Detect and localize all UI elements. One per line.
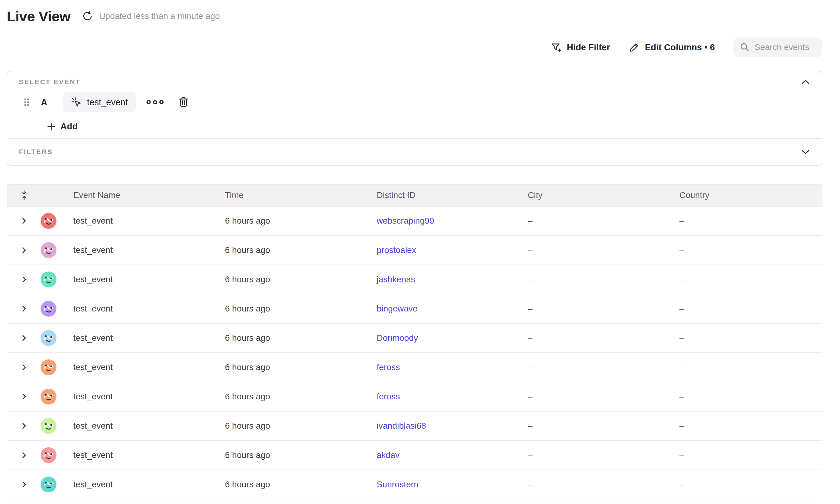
user-avatar: [40, 389, 56, 404]
expand-row-button[interactable]: [20, 480, 28, 489]
table-row[interactable]: test_event 6 hours ago bingewave – –: [7, 294, 822, 324]
distinct-id-link[interactable]: prostoalex: [377, 245, 416, 255]
cursor-click-icon: [70, 96, 82, 108]
column-header-country: Country: [680, 191, 822, 200]
table-row[interactable]: test_event 6 hours ago prostoalex – –: [7, 236, 822, 265]
cell-city: –: [528, 421, 680, 431]
cell-country: –: [680, 421, 822, 431]
hide-filter-button[interactable]: Hide Filter: [550, 41, 610, 53]
distinct-id-link[interactable]: webscraping99: [377, 216, 434, 226]
cell-time: 6 hours ago: [225, 333, 377, 343]
chevron-right-icon: [20, 246, 28, 254]
column-header-city: City: [528, 191, 680, 200]
distinct-id-link[interactable]: bingewave: [377, 304, 418, 313]
funnel-plus-icon: [550, 41, 562, 53]
table-row[interactable]: test_event 6 hours ago webscraping99 – –: [7, 206, 822, 236]
cell-city: –: [528, 274, 680, 284]
table-row[interactable]: test_event 6 hours ago feross – –: [7, 353, 822, 382]
expand-row-button[interactable]: [20, 334, 28, 342]
cell-city: –: [528, 480, 680, 489]
delete-clause-button[interactable]: [177, 96, 190, 109]
cell-event-name: test_event: [73, 304, 225, 313]
distinct-id-link[interactable]: Sunrostern: [377, 480, 419, 489]
selected-event-name: test_event: [87, 97, 128, 107]
clause-row-label: A: [41, 97, 47, 107]
table-header-row: Event Name Time Distinct ID City Country: [7, 184, 822, 206]
three-circles-icon: [145, 99, 164, 105]
distinct-id-link[interactable]: feross: [377, 362, 400, 372]
add-event-label: Add: [60, 122, 77, 131]
chevron-right-icon: [20, 334, 28, 342]
cell-time: 6 hours ago: [225, 274, 377, 284]
filters-header: FILTERS: [7, 139, 822, 165]
user-avatar: [40, 301, 56, 317]
table-row[interactable]: test_event 6 hours ago Sunrostern – –: [7, 470, 822, 500]
distinct-id-link[interactable]: Dorimoody: [377, 333, 418, 343]
distinct-id-link[interactable]: akdav: [377, 450, 400, 460]
expand-row-button[interactable]: [20, 305, 28, 313]
chevron-right-icon: [20, 363, 28, 372]
search-icon: [739, 41, 751, 53]
refresh-button[interactable]: [81, 10, 94, 23]
search-events-input[interactable]: [754, 42, 816, 52]
table-row[interactable]: test_event 6 hours ago ivandiblasi68 – –: [7, 412, 822, 441]
add-event-row: Add: [47, 122, 822, 138]
title-bar: Live View Updated less than a minute ago: [7, 7, 822, 25]
cell-country: –: [680, 333, 822, 343]
refresh-icon: [82, 10, 94, 22]
expand-row-button[interactable]: [20, 363, 28, 372]
cell-city: –: [528, 304, 680, 313]
cell-country: –: [680, 450, 822, 460]
user-avatar: [40, 271, 56, 287]
distinct-id-link[interactable]: feross: [377, 392, 400, 401]
expand-filters-button[interactable]: [801, 149, 810, 155]
cell-time: 6 hours ago: [225, 304, 377, 313]
arrows-inward-icon: [20, 190, 28, 201]
distinct-id-link[interactable]: ivandiblasi68: [377, 421, 426, 431]
user-avatar: [40, 330, 56, 346]
collapse-select-event-button[interactable]: [801, 79, 810, 85]
expand-row-button[interactable]: [20, 217, 28, 225]
edit-columns-label: Edit Columns • 6: [645, 42, 715, 53]
cell-time: 6 hours ago: [225, 362, 377, 372]
trash-icon: [177, 96, 190, 109]
column-header-distinct-id: Distinct ID: [377, 191, 528, 200]
add-event-button[interactable]: Add: [47, 122, 77, 131]
expand-row-button[interactable]: [20, 275, 28, 284]
event-selector-chip[interactable]: test_event: [63, 92, 136, 112]
drag-handle[interactable]: [24, 97, 29, 107]
chevron-right-icon: [20, 305, 28, 313]
cell-event-name: test_event: [73, 480, 225, 489]
expand-row-button[interactable]: [20, 246, 28, 254]
cell-event-name: test_event: [73, 392, 225, 401]
cell-city: –: [528, 450, 680, 460]
filters-label: FILTERS: [19, 148, 53, 156]
collapse-all-rows-button[interactable]: [20, 190, 28, 201]
cell-event-name: test_event: [73, 333, 225, 343]
cell-city: –: [528, 333, 680, 343]
cell-time: 6 hours ago: [225, 245, 377, 255]
table-row[interactable]: test_event 6 hours ago jashkenas – –: [7, 265, 822, 294]
pencil-icon: [629, 41, 640, 53]
hide-filter-label: Hide Filter: [567, 42, 610, 53]
cell-country: –: [680, 362, 822, 372]
cell-time: 6 hours ago: [225, 421, 377, 431]
expand-row-button[interactable]: [20, 421, 28, 430]
live-view-page: Live View Updated less than a minute ago…: [0, 7, 822, 503]
cell-event-name: test_event: [73, 274, 225, 284]
user-avatar: [40, 242, 56, 258]
clause-more-options-button[interactable]: [145, 99, 164, 105]
query-builder-panel: SELECT EVENT A: [7, 71, 822, 166]
table-row[interactable]: test_event 6 hours ago feross – –: [7, 382, 822, 412]
table-row[interactable]: test_event 6 hours ago akdav – –: [7, 441, 822, 470]
table-row[interactable]: test_event 6 hours ago Dorimoody – –: [7, 324, 822, 353]
expand-row-button[interactable]: [20, 392, 28, 401]
chevron-right-icon: [20, 275, 28, 284]
user-avatar: [40, 213, 56, 229]
events-table: Event Name Time Distinct ID City Country: [7, 184, 822, 503]
expand-row-button[interactable]: [20, 451, 28, 460]
edit-columns-button[interactable]: Edit Columns • 6: [629, 41, 715, 53]
cell-country: –: [680, 480, 822, 489]
cell-event-name: test_event: [73, 362, 225, 372]
distinct-id-link[interactable]: jashkenas: [377, 274, 415, 284]
